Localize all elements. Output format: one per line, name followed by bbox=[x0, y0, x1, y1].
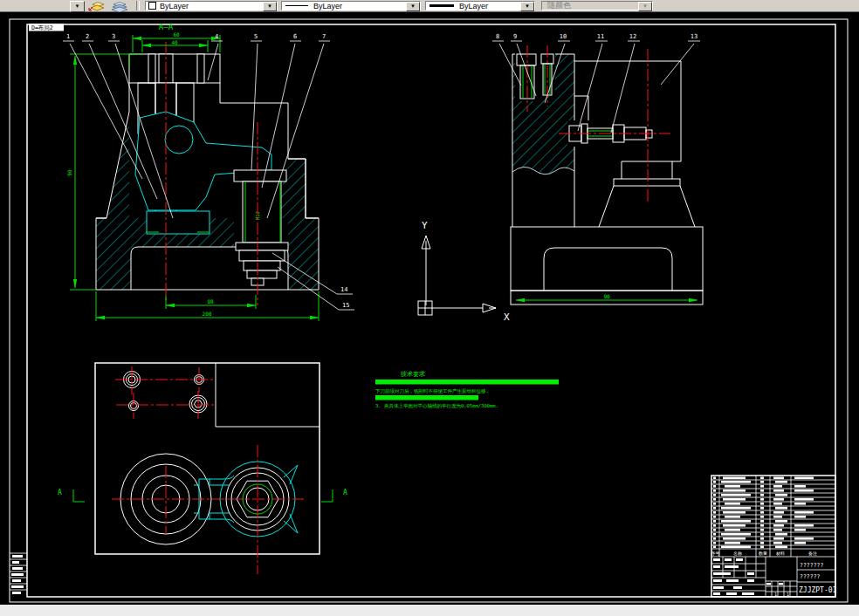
lineweight-glyph bbox=[430, 4, 454, 7]
ucs-y-label: Y bbox=[422, 220, 428, 231]
binding-margin-table bbox=[10, 553, 27, 594]
svg-text:90: 90 bbox=[603, 293, 610, 299]
plotstyle-combo-label: 随颜色 bbox=[547, 0, 571, 11]
color-swatch bbox=[148, 2, 156, 10]
svg-text:序号: 序号 bbox=[711, 551, 720, 557]
linetype-combo-label: ByLayer bbox=[313, 2, 342, 10]
svg-text:9: 9 bbox=[513, 33, 517, 40]
color-control-combo[interactable]: ByLayer ▼ bbox=[145, 1, 278, 10]
svg-text:备注: 备注 bbox=[808, 551, 817, 556]
svg-text:10: 10 bbox=[560, 33, 567, 40]
cad-application-window: { "toolbar": { "stub_arrow": "▼", "color… bbox=[0, 0, 859, 616]
notes-line-1-bar bbox=[375, 380, 559, 385]
plotstyle-control-combo: 随颜色 ▼ bbox=[541, 1, 653, 10]
title-cell-2: ?????? bbox=[800, 573, 821, 580]
svg-text:材料: 材料 bbox=[775, 551, 785, 557]
chevron-down-icon[interactable]: ▼ bbox=[406, 2, 420, 11]
lineweight-control-combo[interactable]: ByLayer ▼ bbox=[425, 1, 535, 10]
title-block: 序号 名称 数量 材料 备注 1 1 ??????? ?????? ZJJZPT… bbox=[711, 476, 837, 597]
layer-combo-arrow[interactable]: ▼ bbox=[70, 1, 85, 12]
viewport-scale-chip: D=布局2 bbox=[29, 24, 64, 31]
clamp-bolt: M12 bbox=[234, 170, 288, 285]
svg-text:2: 2 bbox=[86, 33, 89, 40]
lineweight-combo-label: ByLayer bbox=[459, 2, 488, 10]
svg-text:3: 3 bbox=[112, 33, 115, 40]
ucs-x-label: X bbox=[504, 311, 510, 323]
notes-line-3-bar bbox=[375, 395, 478, 400]
ucs-icon: Y X bbox=[418, 220, 510, 323]
section-view-title: A—A bbox=[159, 23, 174, 31]
color-combo-label: ByLayer bbox=[160, 2, 189, 10]
properties-toolbar: ▼ ByLayer ▼ ByLayer ▼ ByLayer ▼ 随颜色 ▼ bbox=[0, 0, 859, 12]
section-view-a-a: A—A bbox=[63, 23, 354, 321]
notes-line-2: 下刀前须对刀后，铣削时不得使工件产生振动和位移. bbox=[375, 388, 489, 394]
svg-text:15: 15 bbox=[342, 302, 349, 309]
title-cell-1: ??????? bbox=[800, 562, 823, 569]
linetype-glyph bbox=[285, 5, 308, 6]
svg-text:1: 1 bbox=[66, 33, 70, 40]
statusbar-strip bbox=[0, 605, 859, 616]
make-object-layer-current-icon[interactable] bbox=[87, 0, 107, 11]
svg-text:14: 14 bbox=[340, 286, 347, 293]
layer-previous-icon[interactable] bbox=[110, 0, 129, 11]
notes-line-4: 3. 夹具体上平面对中心轴线的平行度为0.05mm/300mm. bbox=[375, 403, 498, 409]
chevron-down-icon[interactable]: ▼ bbox=[520, 2, 534, 11]
toolbar-separator bbox=[136, 1, 140, 10]
svg-text:98: 98 bbox=[207, 298, 214, 305]
dimension-side-view: 90 bbox=[516, 293, 698, 300]
svg-text:A: A bbox=[343, 489, 347, 496]
svg-text:名称: 名称 bbox=[733, 551, 742, 556]
linetype-control-combo[interactable]: ByLayer ▼ bbox=[281, 1, 421, 10]
svg-text:6: 6 bbox=[293, 33, 297, 40]
svg-text:40: 40 bbox=[171, 39, 178, 45]
technical-notes: 技术要求 下刀前须对刀后，铣削时不得使工件产生振动和位移. 3. 夹具体上平面对… bbox=[375, 371, 559, 409]
drawing-canvas[interactable]: D=布局2 A—A bbox=[0, 0, 859, 616]
chevron-down-icon: ▼ bbox=[638, 2, 652, 11]
side-view: 90 8 9 10 11 12 13 bbox=[492, 33, 703, 305]
svg-text:5: 5 bbox=[254, 33, 258, 40]
svg-text:200: 200 bbox=[203, 311, 212, 317]
svg-text:D=布局2: D=布局2 bbox=[31, 24, 53, 31]
section-cut-markers: A A bbox=[58, 489, 347, 502]
svg-text:8: 8 bbox=[496, 33, 499, 40]
svg-text:数量: 数量 bbox=[759, 551, 767, 556]
svg-text:12: 12 bbox=[629, 33, 636, 40]
drawing-number: ZJJZPT-01 bbox=[799, 586, 837, 594]
notes-title: 技术要求 bbox=[400, 371, 425, 378]
svg-text:A: A bbox=[58, 489, 62, 496]
svg-text:60: 60 bbox=[173, 31, 180, 38]
mounting-holes bbox=[124, 372, 208, 414]
svg-text:1: 1 bbox=[774, 592, 777, 597]
svg-text:90: 90 bbox=[66, 169, 72, 176]
svg-text:7: 7 bbox=[322, 33, 326, 40]
svg-text:1: 1 bbox=[787, 592, 789, 597]
bom-header-row: 序号 名称 数量 材料 备注 bbox=[711, 551, 818, 557]
chevron-down-icon[interactable]: ▼ bbox=[263, 2, 277, 11]
svg-text:4: 4 bbox=[215, 33, 218, 40]
svg-text:13: 13 bbox=[691, 33, 698, 40]
bom-table bbox=[713, 477, 814, 549]
svg-text:11: 11 bbox=[597, 33, 604, 40]
plan-view: A A bbox=[58, 363, 347, 574]
